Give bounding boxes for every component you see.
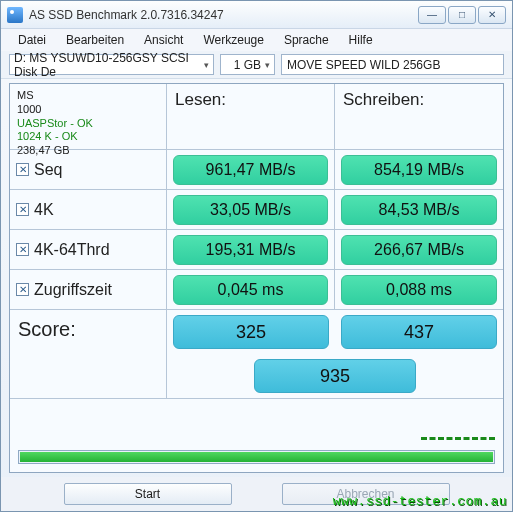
k4-64-text: 4K-64Thrd [34,241,110,259]
close-icon: ✕ [488,9,496,20]
abort-button: Abbrechen [282,483,450,505]
menubar: Datei Bearbeiten Ansicht Werkzeuge Sprac… [1,29,512,51]
results-panel: MS 1000 UASPStor - OK 1024 K - OK 238,47… [9,83,504,473]
access-read-cell: 0,045 ms [167,270,335,310]
progress-area [10,399,503,472]
score-read-value: 325 [173,315,329,349]
app-window: AS SSD Benchmark 2.0.7316.34247 — □ ✕ Da… [0,0,513,512]
k4-write-value: 84,53 MB/s [341,195,497,225]
score-write-value: 437 [341,315,497,349]
check-icon: ✕ [19,204,27,215]
menu-edit[interactable]: Bearbeiten [57,31,133,49]
header-write: Schreiben: [335,84,503,150]
disk-align: 1024 K - OK [17,130,78,144]
model-value: MOVE SPEED WILD 256GB [287,58,440,72]
toolbar: D: MS YSUWD10-256GSY SCSI Disk De ▾ 1 GB… [1,51,512,79]
score-total-cell: 935 [167,354,503,398]
disk-info-cell: MS 1000 UASPStor - OK 1024 K - OK 238,47… [10,84,167,150]
button-bar: Start Abbrechen [1,477,512,511]
access-write-cell: 0,088 ms [335,270,503,310]
k4-64-read-cell: 195,31 MB/s [167,230,335,270]
titlebar[interactable]: AS SSD Benchmark 2.0.7316.34247 — □ ✕ [1,1,512,29]
window-title: AS SSD Benchmark 2.0.7316.34247 [29,8,418,22]
check-icon: ✕ [19,244,27,255]
k4-read-cell: 33,05 MB/s [167,190,335,230]
menu-tools[interactable]: Werkzeuge [194,31,272,49]
row-access-label: ✕ Zugriffszeit [10,270,167,310]
disk-select[interactable]: D: MS YSUWD10-256GSY SCSI Disk De ▾ [9,54,214,75]
access-text: Zugriffszeit [34,281,112,299]
seq-write-value: 854,19 MB/s [341,155,497,185]
seq-write-cell: 854,19 MB/s [335,150,503,190]
score-total-value: 935 [254,359,416,393]
close-button[interactable]: ✕ [478,6,506,24]
start-button[interactable]: Start [64,483,232,505]
maximize-button[interactable]: □ [448,6,476,24]
seq-text: Seq [34,161,62,179]
app-icon [7,7,23,23]
seq-read-cell: 961,47 MB/s [167,150,335,190]
access-write-value: 0,088 ms [341,275,497,305]
menu-view[interactable]: Ansicht [135,31,192,49]
chevron-down-icon: ▾ [265,60,270,70]
results-grid: MS 1000 UASPStor - OK 1024 K - OK 238,47… [10,84,503,310]
maximize-icon: □ [459,9,465,20]
row-4k-label: ✕ 4K [10,190,167,230]
score-label: Score: [10,310,167,398]
k4-64-write-value: 266,67 MB/s [341,235,497,265]
score-block: Score: 325 437 935 [10,310,503,399]
score-write-cell: 437 [335,310,503,354]
seq-checkbox[interactable]: ✕ [16,163,29,176]
model-field[interactable]: MOVE SPEED WILD 256GB [281,54,504,75]
idle-indicator [421,437,495,440]
chevron-down-icon: ▾ [204,60,209,70]
k4-64-write-cell: 266,67 MB/s [335,230,503,270]
size-select[interactable]: 1 GB ▾ [220,54,275,75]
window-controls: — □ ✕ [418,6,506,24]
k4-write-cell: 84,53 MB/s [335,190,503,230]
access-checkbox[interactable]: ✕ [16,283,29,296]
minimize-button[interactable]: — [418,6,446,24]
access-read-value: 0,045 ms [173,275,328,305]
row-4k64-label: ✕ 4K-64Thrd [10,230,167,270]
menu-help[interactable]: Hilfe [340,31,382,49]
k4-text: 4K [34,201,54,219]
k4-read-value: 33,05 MB/s [173,195,328,225]
score-read-cell: 325 [167,310,335,354]
size-select-value: 1 GB [234,58,261,72]
progress-fill [20,452,493,462]
menu-language[interactable]: Sprache [275,31,338,49]
minimize-icon: — [427,9,437,20]
progress-bar [18,450,495,464]
k4-64-checkbox[interactable]: ✕ [16,243,29,256]
menu-file[interactable]: Datei [9,31,55,49]
header-read: Lesen: [167,84,335,150]
k4-64-read-value: 195,31 MB/s [173,235,328,265]
check-icon: ✕ [19,164,27,175]
k4-checkbox[interactable]: ✕ [16,203,29,216]
check-icon: ✕ [19,284,27,295]
disk-iops: 1000 [17,103,41,117]
seq-read-value: 961,47 MB/s [173,155,328,185]
disk-select-value: D: MS YSUWD10-256GSY SCSI Disk De [14,51,200,79]
disk-driver: UASPStor - OK [17,117,93,131]
disk-name: MS [17,89,34,103]
row-seq-label: ✕ Seq [10,150,167,190]
